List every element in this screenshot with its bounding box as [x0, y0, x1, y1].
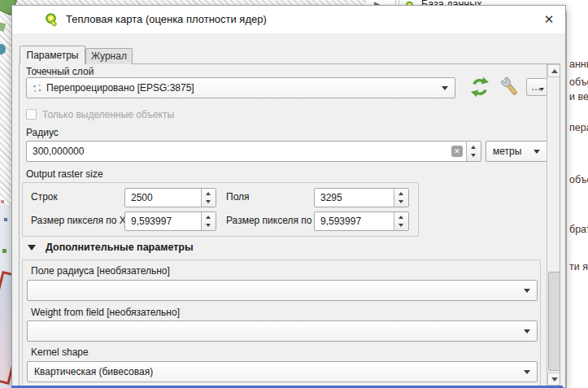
radius-units-select[interactable]: метры — [486, 141, 547, 162]
heatmap-kde-dialog: Тепловая карта (оценка плотности ядер) ✕… — [11, 5, 566, 388]
chevron-down-icon — [442, 86, 448, 90]
weight-field-label: Weight from field [необязательно] — [31, 307, 180, 318]
clipped-text: пера — [569, 122, 588, 133]
radius-label: Радиус — [26, 127, 59, 138]
pixel-y-label: Размер пикселя по Y — [226, 215, 321, 226]
advanced-params-title: Дополнительные параметры — [46, 242, 194, 253]
clipped-text: объе — [569, 76, 588, 88]
dialog-titlebar[interactable]: Тепловая карта (оценка плотности ядер) ✕ — [12, 6, 565, 33]
cols-spinbox[interactable]: 3295 — [314, 188, 409, 207]
pixel-x-spinbox[interactable]: 9,593997 — [124, 211, 216, 231]
pixel-x-value: 9,593997 — [131, 216, 172, 227]
kernel-shape-label: Kernel shape — [31, 347, 89, 358]
clipped-text: брат — [569, 224, 588, 235]
map-feature-dot — [4, 218, 7, 221]
collapse-triangle-icon — [28, 245, 36, 251]
point-layer-select[interactable]: Перепроецировано [EPSG:3875] — [26, 77, 455, 98]
cols-value: 3295 — [320, 192, 342, 203]
radius-value: 300,000000 — [33, 146, 84, 157]
rows-value: 2500 — [131, 192, 153, 203]
qgis-icon — [45, 12, 59, 30]
close-icon[interactable]: ✕ — [539, 10, 559, 29]
chevron-down-icon — [524, 289, 530, 293]
vertical-scrollbar[interactable] — [547, 64, 560, 388]
tab-log[interactable]: Журнал — [85, 48, 133, 64]
output-raster-size-label: Output raster size — [26, 168, 103, 180]
point-layer-icon — [33, 84, 42, 96]
selected-only-checkbox[interactable] — [26, 109, 37, 120]
weight-field-select[interactable] — [27, 320, 538, 342]
output-raster-size-group: Строк 2500 Поля 3295 Размер пикселя по X… — [22, 182, 419, 237]
tab-parameters[interactable]: Параметры — [20, 46, 85, 64]
spin-buttons[interactable] — [201, 212, 216, 230]
screen: анны объе и ве пера объе брат ти я ▶ Баз… — [0, 0, 588, 388]
pixel-y-spinbox[interactable]: 9,593997 — [314, 211, 409, 231]
clipped-text: анны — [569, 59, 588, 70]
clipped-text: ти я — [569, 261, 588, 272]
chevron-down-icon — [524, 329, 530, 334]
chevron-down-icon — [534, 150, 540, 154]
pixel-y-value: 9,593997 — [320, 216, 361, 227]
parameters-pane: Точечный слой Перепроецировано [EPSG:387… — [19, 63, 560, 388]
cols-label: Поля — [226, 191, 250, 203]
point-layer-label: Точечный слой — [26, 66, 94, 77]
scroll-down-button[interactable] — [547, 373, 560, 386]
pixel-x-label: Размер пикселя по X — [31, 215, 126, 226]
chevron-down-icon — [524, 370, 530, 374]
selected-only-label: Только выделенные объекты — [42, 109, 174, 120]
clipped-text: объе — [569, 174, 588, 185]
clear-icon[interactable]: ✕ — [451, 146, 463, 157]
point-layer-value: Перепроецировано [EPSG:3875] — [46, 82, 194, 94]
browse-dots-button[interactable]: … — [526, 78, 547, 96]
wrench-icon-button[interactable] — [499, 76, 521, 98]
arrow-up-icon — [551, 69, 558, 73]
clipped-text: и ве — [569, 91, 588, 102]
arrow-down-icon — [551, 377, 558, 381]
map-feature-dot — [2, 249, 7, 253]
rows-spinbox[interactable]: 2500 — [124, 188, 216, 207]
scroll-up-button[interactable] — [547, 64, 560, 77]
kernel-shape-value: Квартическая (бивесовая) — [34, 366, 153, 377]
map-feature-dot — [1, 200, 4, 203]
spin-buttons[interactable] — [394, 212, 408, 230]
background-panel-right: анны объе и ве пера объе брат ти я — [566, 0, 588, 388]
rows-label: Строк — [31, 191, 58, 203]
chevron-down-icon — [539, 88, 544, 91]
spin-buttons[interactable] — [394, 189, 408, 207]
scrollbar-thumb[interactable] — [548, 272, 560, 371]
advanced-params-header[interactable]: Дополнительные параметры — [26, 242, 351, 256]
spin-buttons[interactable] — [466, 142, 481, 161]
dialog-title: Тепловая карта (оценка плотности ядер) — [66, 13, 267, 25]
spin-buttons[interactable] — [201, 189, 216, 207]
radius-field-select[interactable] — [27, 280, 538, 301]
radius-spinbox[interactable]: 300,000000 ✕ — [26, 141, 481, 162]
selected-only-row: Только выделенные объекты — [20, 108, 264, 121]
iterate-button[interactable] — [468, 76, 491, 98]
radius-units-value: метры — [493, 146, 521, 157]
advanced-params-group: Поле радиуса [необязательно] Weight from… — [22, 259, 541, 388]
kernel-shape-select[interactable]: Квартическая (бивесовая) — [27, 361, 538, 382]
radius-field-label: Поле радиуса [необязательно] — [31, 265, 170, 277]
